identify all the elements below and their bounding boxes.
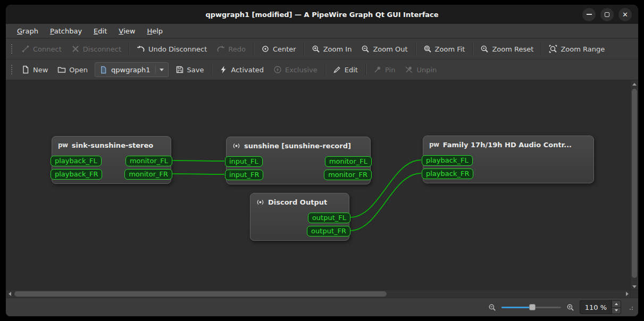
zoom-in-icon [312,45,320,53]
vertical-scroll-handle[interactable] [632,89,637,278]
zoom-spin-down-button[interactable] [612,307,621,314]
undo-disconnect-button[interactable]: Undo Disconnect [132,41,212,56]
session-name: qpwgraph1 [111,66,150,74]
port-playback-fl[interactable]: playback_FL [51,156,102,166]
save-button[interactable]: Save [171,62,209,77]
center-button[interactable]: Center [256,41,301,56]
connection-monitor-fl-input-fl[interactable] [172,160,224,161]
chevron-down-icon [160,69,164,71]
zoom-spinbox[interactable]: 110 % [580,300,621,314]
connect-button[interactable]: Connect [16,41,66,56]
zoom-range-icon [549,45,557,53]
menu-patchbay[interactable]: Patchbay [44,24,88,38]
zoom-range-button[interactable]: Zoom Range [544,41,609,56]
horizontal-scrollbar[interactable] [6,290,631,298]
unpin-button[interactable]: Unpin [400,62,441,77]
window-controls: ✕ [582,8,638,21]
zoom-value: 110 % [580,301,612,314]
node-sink-sunshine-stereo[interactable]: pw sink-sunshine-stereo playback_FL play… [52,136,171,184]
graph-view: pw sink-sunshine-stereo playback_FL play… [6,80,638,298]
toolbar-separator [415,43,416,55]
node-discord-output[interactable]: Discord Output output_FL output_FR [250,193,349,241]
zoom-fit-button[interactable]: Zoom Fit [419,41,470,56]
vertical-scrollbar[interactable] [630,80,638,290]
app-window: qpwgraph1 [modified] — A PipeWire Graph … [5,4,639,317]
zoom-slider-handle[interactable] [529,304,536,310]
lightning-icon [219,65,228,74]
horizontal-scroll-handle[interactable] [14,291,387,297]
connect-icon [21,45,30,53]
node-title: Discord Output [250,193,349,210]
zoom-reset-button[interactable]: Zoom Reset [475,41,538,56]
toolbar-drag-handle[interactable] [10,43,13,55]
zoom-out-icon [361,45,370,53]
scroll-right-arrow[interactable] [623,290,631,298]
scroll-up-arrow[interactable] [631,80,638,88]
port-input-fr[interactable]: input_FR [225,170,263,180]
menu-edit[interactable]: Edit [88,24,113,38]
zoom-slider[interactable] [501,303,561,311]
redo-button[interactable]: Redo [212,41,250,56]
zoom-in-small-icon [566,303,574,311]
port-playback-fr[interactable]: playback_FR [51,169,102,180]
port-output-fr[interactable]: output_FR [307,226,350,236]
zoom-in-button[interactable]: Zoom In [307,41,357,56]
window-resize-grip[interactable] [626,303,634,311]
titlebar[interactable]: qpwgraph1 [modified] — A PipeWire Graph … [6,5,638,24]
minimize-button[interactable] [582,8,596,21]
disconnect-button[interactable]: Disconnect [66,41,126,56]
pipewire-icon: pw [429,141,439,148]
toolbar-drag-handle[interactable] [10,64,13,75]
toolbar-separator [541,43,541,55]
center-icon [261,45,270,53]
node-family-hd-audio[interactable]: pw Family 17h/19h HD Audio Contr... play… [423,136,594,183]
zoom-out-button[interactable]: Zoom Out [356,41,412,56]
port-monitor-fl[interactable]: monitor_FL [325,156,372,167]
menu-help[interactable]: Help [141,24,169,38]
patchbay-toolbar: New Open qpwgraph1 Save Activated Exclus… [6,59,638,80]
new-file-icon [21,65,30,74]
open-folder-icon [57,65,66,74]
port-playback-fl[interactable]: playback_FL [422,155,473,166]
zoom-spin-up-button[interactable] [612,301,621,307]
edit-toggle[interactable]: Edit [328,62,363,77]
save-icon [175,65,184,74]
activated-toggle[interactable]: Activated [214,62,269,77]
scrollbar-corner [630,290,638,298]
session-selector[interactable]: qpwgraph1 [95,62,168,77]
port-monitor-fr[interactable]: monitor_FR [324,170,372,180]
menu-graph[interactable]: Graph [11,24,44,38]
new-button[interactable]: New [16,62,53,77]
graph-canvas[interactable]: pw sink-sunshine-stereo playback_FL play… [6,80,631,290]
port-monitor-fr[interactable]: monitor_FR [124,169,172,180]
connection-monitor-fr-input-fr[interactable] [172,174,224,174]
port-monitor-fl[interactable]: monitor_FL [126,156,172,166]
close-button[interactable]: ✕ [618,8,632,21]
pipewire-icon: pw [58,141,68,149]
node-sunshine-record[interactable]: sunshine [sunshine-record] input_FL inpu… [226,137,371,184]
scroll-left-arrow[interactable] [6,290,13,298]
window-title: qpwgraph1 [modified] — A PipeWire Graph … [6,11,638,19]
zoom-out-small-icon [488,303,496,311]
maximize-button[interactable] [600,8,614,21]
statusbar: 110 % [6,298,638,316]
exclusive-toggle[interactable]: Exclusive [269,62,322,77]
port-output-fl[interactable]: output_FL [308,213,350,223]
redo-icon [216,45,225,53]
menu-view[interactable]: View [113,24,141,38]
port-playback-fr[interactable]: playback_FR [422,168,473,179]
port-input-fl[interactable]: input_FL [225,156,263,167]
pencil-icon [333,65,341,74]
main-toolbar: Connect Disconnect Undo Disconnect Redo … [6,38,638,59]
unpin-icon [405,65,413,74]
close-icon: ✕ [622,11,628,18]
zoom-reset-icon [480,45,489,53]
undo-icon [137,45,145,53]
maximize-icon [605,12,609,17]
open-button[interactable]: Open [53,62,93,77]
pin-button[interactable]: Pin [369,62,400,77]
toolbar-separator [304,43,304,55]
scroll-down-arrow[interactable] [631,283,638,290]
connections-layer [6,80,631,290]
toolbar-separator [211,64,212,75]
